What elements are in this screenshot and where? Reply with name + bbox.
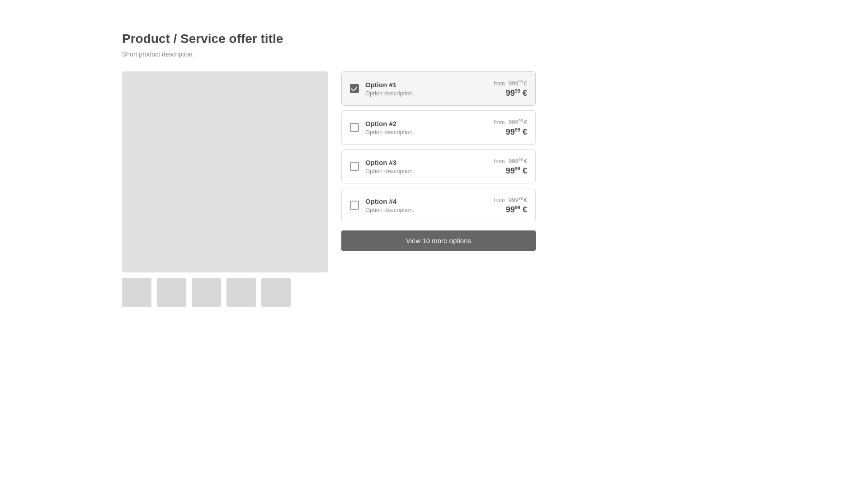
option-name-2: Option #2 [365, 120, 488, 127]
old-price-2: 99999 [509, 118, 523, 126]
from-text-4: from [494, 197, 505, 203]
option-desc-3: Option description. [365, 168, 488, 174]
old-price-4: 99999 [509, 196, 523, 203]
currency-2: € [524, 119, 527, 126]
view-more-button[interactable]: View 10 more options [341, 230, 536, 251]
option-info-1: Option #1 Option description. [365, 81, 488, 97]
option-card-3[interactable]: Option #3 Option description. from 99999… [341, 149, 536, 183]
product-description: Short product description. [122, 51, 868, 58]
options-section: Option #1 Option description. from 99999… [341, 71, 536, 251]
old-price-row-3: from 99999 € [494, 157, 527, 165]
thumbnail-row [122, 278, 328, 307]
option-info-2: Option #2 Option description. [365, 120, 488, 136]
content-row: Option #1 Option description. from 99999… [122, 71, 868, 307]
from-text-2: from [494, 119, 505, 126]
option-price-3: from 99999 € 9999 € [494, 157, 527, 176]
currency-3: € [524, 158, 527, 164]
thumbnail-2[interactable] [157, 278, 186, 307]
old-price-row-4: from 99999 € [494, 196, 527, 204]
option-checkbox-1[interactable] [350, 84, 359, 93]
option-checkbox-4[interactable] [350, 201, 359, 210]
thumbnail-5[interactable] [261, 278, 291, 307]
option-info-3: Option #3 Option description. [365, 159, 488, 174]
currency-1: € [524, 80, 527, 87]
option-name-1: Option #1 [365, 81, 488, 89]
option-desc-4: Option description. [365, 206, 488, 213]
old-price-row-1: from 99999 € [494, 79, 527, 87]
old-price-row-2: from 99999 € [494, 118, 527, 126]
new-price-3: 9999 € [494, 166, 527, 176]
option-name-3: Option #3 [365, 159, 488, 166]
thumbnail-3[interactable] [192, 278, 221, 307]
old-price-1: 99999 [509, 80, 523, 87]
thumbnail-4[interactable] [226, 278, 256, 307]
option-price-4: from 99999 € 9999 € [494, 196, 527, 215]
option-desc-1: Option description. [365, 90, 488, 97]
new-price-2: 9999 € [494, 127, 527, 137]
product-title: Product / Service offer title [122, 32, 868, 46]
new-price-4: 9999 € [494, 205, 527, 215]
option-checkbox-2[interactable] [350, 123, 359, 132]
option-card-2[interactable]: Option #2 Option description. from 99999… [341, 110, 536, 145]
option-name-4: Option #4 [365, 197, 488, 205]
from-text-1: from [494, 80, 505, 87]
from-text-3: from [494, 158, 505, 164]
main-product-image [122, 71, 328, 272]
page-container: Product / Service offer title Short prod… [0, 0, 868, 307]
option-checkbox-3[interactable] [350, 162, 359, 171]
option-desc-2: Option description. [365, 129, 488, 136]
option-card-4[interactable]: Option #4 Option description. from 99999… [341, 188, 536, 222]
old-price-3: 99999 [509, 157, 523, 164]
image-section [122, 71, 328, 307]
thumbnail-1[interactable] [122, 278, 151, 307]
new-price-1: 9999 € [494, 88, 527, 98]
option-info-4: Option #4 Option description. [365, 197, 488, 213]
option-card-1[interactable]: Option #1 Option description. from 99999… [341, 71, 536, 106]
currency-4: € [524, 197, 527, 203]
option-price-1: from 99999 € 9999 € [494, 79, 527, 98]
option-price-2: from 99999 € 9999 € [494, 118, 527, 137]
